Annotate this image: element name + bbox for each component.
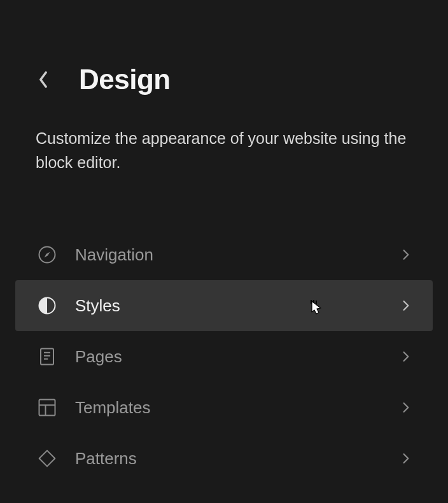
menu-item-navigation[interactable]: Navigation	[0, 229, 448, 280]
menu-label: Styles	[75, 296, 400, 316]
contrast-icon	[37, 295, 57, 316]
svg-rect-3	[41, 349, 53, 365]
menu-label: Templates	[75, 398, 400, 418]
chevron-right-icon	[400, 350, 412, 363]
design-menu: Navigation Styles	[0, 229, 448, 484]
diamond-icon	[37, 448, 57, 469]
chevron-right-icon	[400, 248, 412, 261]
back-button[interactable]	[31, 67, 56, 92]
page-icon	[37, 346, 57, 367]
chevron-left-icon	[38, 71, 49, 89]
menu-label: Navigation	[75, 245, 400, 265]
menu-item-templates[interactable]: Templates	[0, 382, 448, 433]
menu-label: Patterns	[75, 449, 400, 469]
menu-item-pages[interactable]: Pages	[0, 331, 448, 382]
layout-icon	[37, 397, 57, 418]
svg-rect-10	[39, 451, 55, 467]
menu-item-patterns[interactable]: Patterns	[0, 433, 448, 484]
header: Design	[0, 64, 448, 96]
chevron-right-icon	[400, 299, 412, 312]
menu-item-styles[interactable]: Styles	[15, 280, 433, 331]
menu-label: Pages	[75, 347, 400, 367]
compass-icon	[37, 244, 57, 265]
page-title: Design	[79, 64, 171, 96]
chevron-right-icon	[400, 401, 412, 414]
page-description: Customize the appearance of your website…	[0, 126, 448, 174]
svg-rect-7	[39, 400, 55, 416]
chevron-right-icon	[400, 452, 412, 465]
svg-marker-1	[45, 252, 50, 258]
design-panel: Design Customize the appearance of your …	[0, 0, 448, 484]
